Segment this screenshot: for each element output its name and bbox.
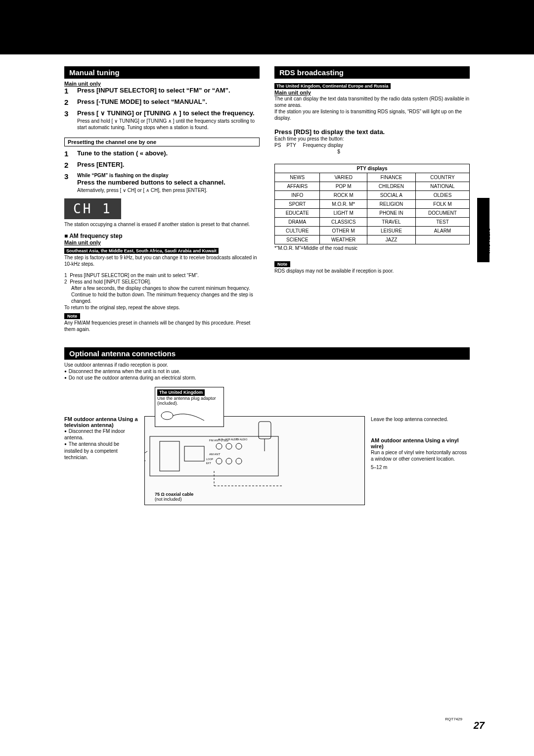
fm-head: FM outdoor antenna Using a television an… (64, 416, 138, 428)
am-freq-note: Any FM/AM frequencies preset in channels… (64, 320, 260, 332)
loop-text: Leave the loop antenna connected. (371, 416, 470, 423)
am-p: Run a piece of vinyl wire horizontally a… (371, 449, 470, 462)
am-freq-head: AM frequency step (64, 233, 260, 239)
heading-antenna: Optional antenna connections (64, 347, 470, 360)
channel-display: CH 1 (64, 198, 121, 219)
am-antenna-block: Leave the loop antenna connected. AM out… (371, 416, 470, 505)
preset-steps: 1Tune to the station ( « above). 2Press … (64, 149, 260, 193)
region-rds-badge: The United Kingdom, Continental Europe a… (274, 83, 391, 89)
svg-point-5 (226, 443, 232, 449)
rds-note: RDS displays may not be available if rec… (274, 268, 470, 274)
rds-arrow: $ (274, 148, 403, 155)
doc-id: RQT7429 (445, 717, 462, 721)
am-freq-li2: 2 Press and hold [INPUT SELECTOR]. (64, 279, 260, 285)
step-2-title: Press [-TUNE MODE] to select “MANUAL”. (77, 98, 260, 105)
uk-callout-text: Use the antenna plug adaptor (included). (157, 396, 216, 406)
preset-step-1: Tune to the station ( « above). (77, 149, 260, 157)
svg-point-4 (216, 443, 222, 449)
svg-text:TV AUDIO: TV AUDIO (236, 438, 247, 441)
preset-after-text: The station occupying a channel is erase… (64, 221, 260, 228)
manual-tuning-steps: 1Press [INPUT SELECTOR] to select “FM” o… (64, 87, 260, 131)
right-column: RDS broadcasting The United Kingdom, Con… (274, 66, 470, 332)
pty-table: PTY displays NEWSVARIEDFINANCECOUNTRY AF… (274, 164, 470, 244)
coax-label: 75 Ω coaxial cable(not included) (155, 492, 193, 502)
rds-intro2: If the station you are listening to is t… (274, 108, 470, 121)
page-content: Manual tuning Main unit only 1Press [INP… (0, 54, 534, 515)
step-3-title: Press [ ∨ TUNING] or [TUNING ∧ ] to sele… (77, 109, 260, 117)
svg-point-6 (236, 443, 242, 449)
preset-step-3-pre: While “PGM” is flashing on the display (77, 172, 260, 179)
plug-icon (157, 408, 207, 423)
preset-step-3: Press the numbered buttons to select a c… (77, 179, 260, 186)
svg-point-9 (236, 458, 242, 464)
region-am-badge: Southeast Asia, the Middle East, South A… (64, 248, 219, 254)
main-unit-only-label: Main unit only (64, 81, 260, 87)
svg-text:AUX: AUX (218, 438, 223, 441)
main-unit-only-label-2: Main unit only (64, 239, 260, 245)
am-freq-li1: 1 Press [INPUT SELECTOR] on the main uni… (64, 272, 260, 279)
antenna-intro-bullets: Disconnect the antenna when the unit is … (64, 368, 470, 381)
preset-subhead: Presetting the channel one by one (64, 138, 260, 146)
pty-body: NEWSVARIEDFINANCECOUNTRY AFFAIRSPOP MCHI… (275, 173, 470, 244)
rds-cycle: PS PTY Frequency display (274, 142, 470, 148)
fm-b1: Disconnect the FM indoor antenna. (64, 428, 138, 441)
fm-antenna-block: FM outdoor antenna Using a television an… (64, 416, 138, 505)
main-unit-only-label-3: Main unit only (274, 90, 470, 95)
pty-title: PTY displays (275, 164, 470, 173)
svg-rect-1 (150, 436, 278, 476)
rds-intro1: The unit can display the text data trans… (274, 95, 470, 108)
svg-text:LOOP: LOOP (206, 458, 214, 461)
am-head: AM outdoor antenna Using a vinyl wire) (371, 437, 470, 449)
svg-line-19 (145, 451, 147, 466)
antenna-diagram: The United Kingdom Use the antenna plug … (144, 416, 365, 505)
svg-text:EXT: EXT (206, 462, 211, 465)
page-number: 27 (474, 720, 485, 731)
preset-step-3-sub: Alternatively, press [ ∨ CH] or [ ∧ CH],… (77, 187, 260, 193)
uk-callout: The United Kingdom Use the antenna plug … (155, 387, 224, 427)
am-freq-li2-sub: After a few seconds, the display changes… (64, 285, 260, 304)
am-freq-p2: To return to the original step, repeat t… (64, 304, 260, 311)
region-uk-badge: The United Kingdom (157, 389, 205, 396)
svg-point-8 (226, 458, 232, 464)
left-column: Manual tuning Main unit only 1Press [INP… (64, 66, 260, 332)
fm-b2: The antenna should be installed by a com… (64, 441, 138, 460)
note-badge-1: Note (64, 313, 80, 319)
step-1-title: Press [INPUT SELECTOR] to select “FM” or… (77, 87, 260, 94)
am-len: 5–12 m (371, 464, 470, 471)
note-badge-2: Note (274, 261, 290, 267)
rds-each: Each time you press the button: (274, 136, 470, 142)
pty-footnote: *“M.O.R. M”=Middle of the road music (274, 245, 470, 251)
step-3-sub: Press and hold [ ∨ TUNING] or [TUNING ∧ … (77, 118, 260, 131)
svg-point-7 (216, 458, 222, 464)
heading-rds: RDS broadcasting (274, 66, 470, 79)
top-black-bar (0, 0, 534, 54)
svg-text:AM ANT: AM ANT (209, 453, 221, 456)
page: The radio Manual tuning Main unit only 1… (0, 0, 534, 756)
antenna-intro: Use outdoor antennas if radio reception … (64, 362, 470, 368)
rds-press-head: Press [RDS] to display the text data. (274, 128, 470, 136)
svg-point-0 (161, 412, 173, 420)
antenna-intro-b1: Disconnect the antenna when the unit is … (64, 368, 470, 375)
antenna-intro-b2: Do not use the outdoor antenna during an… (64, 375, 470, 381)
svg-rect-2 (160, 441, 179, 471)
svg-rect-3 (184, 446, 204, 461)
heading-manual-tuning: Manual tuning (64, 66, 260, 79)
preset-step-2: Press [ENTER]. (77, 161, 260, 168)
am-freq-p1: The step is factory-set to 9 kHz, but yo… (64, 254, 260, 267)
